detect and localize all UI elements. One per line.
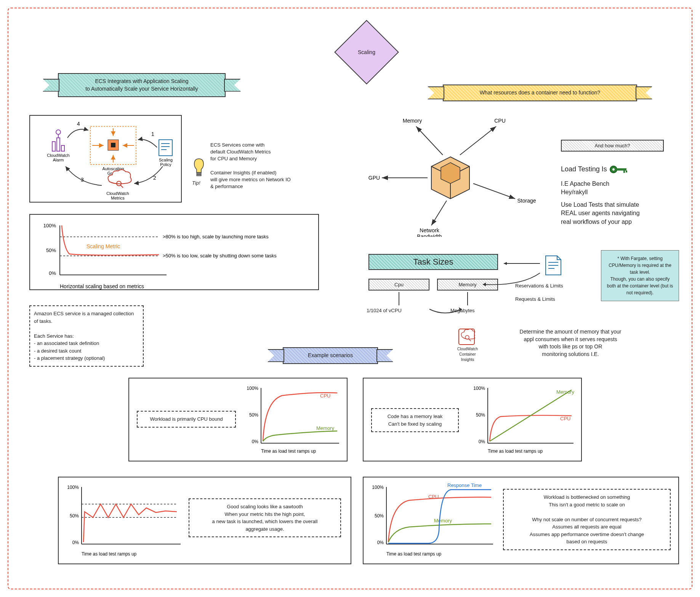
- svg-text:Time as load test ramps up: Time as load test ramps up: [386, 551, 442, 557]
- svg-text:50%: 50%: [249, 412, 258, 418]
- svg-text:GPU: GPU: [368, 175, 380, 181]
- tip-text: ECS Services come with default CloudWatc…: [210, 142, 313, 190]
- svg-text:Time as load test ramps up: Time as load test ramps up: [261, 449, 316, 454]
- cloudwatch-alarm-icon: [52, 130, 64, 151]
- svg-text:100%: 100%: [372, 485, 384, 490]
- load-testing-tools: I.E Apache Bench Hey/rakyll: [561, 180, 609, 197]
- scenario-2: Code has a memory leak Can't be fixed by…: [363, 378, 582, 461]
- svg-text:3: 3: [81, 177, 84, 183]
- svg-text:100%: 100%: [67, 485, 79, 490]
- svg-text:Time as load test ramps up: Time as load test ramps up: [82, 551, 137, 557]
- svg-text:ScalingPolicy: ScalingPolicy: [159, 158, 173, 167]
- svg-text:CPU: CPU: [320, 393, 330, 399]
- svg-line-43: [473, 184, 515, 199]
- svg-rect-4: [57, 138, 60, 151]
- svg-text:0%: 0%: [377, 540, 384, 545]
- container-insights-icon: [458, 328, 475, 345]
- insights-note: Determine the amount of memory that your…: [490, 328, 650, 358]
- example-scenarios-banner: Example scenarios: [283, 347, 378, 364]
- load-testing-heading: Load Testing Is: [561, 164, 628, 174]
- svg-marker-55: [504, 262, 507, 265]
- svg-text:0%: 0%: [252, 439, 259, 444]
- scenario-1: Workload is primarily CPU bound 100% 50%…: [128, 378, 348, 461]
- svg-text:>50% is too low, scale by shut: >50% is too low, scale by shutting down …: [163, 253, 277, 259]
- cube-icon: [431, 157, 469, 199]
- requests-label: Requests & Limits: [515, 296, 555, 303]
- scenario-3: 100% 50% 0% Time as load test ramps up G…: [58, 477, 351, 564]
- ecs-service-note: Amazon ECS service is a managed collecti…: [29, 305, 144, 367]
- svg-text:100%: 100%: [473, 386, 485, 391]
- svg-text:50%: 50%: [70, 513, 79, 519]
- diagram-canvas: Scaling ECS Integrates with Application …: [8, 8, 692, 589]
- svg-text:Memory: Memory: [316, 425, 334, 431]
- svg-text:0%: 0%: [49, 270, 56, 276]
- svg-rect-22: [197, 174, 201, 176]
- svg-text:Memory: Memory: [403, 118, 422, 124]
- document-icon: [544, 254, 563, 277]
- svg-point-48: [612, 168, 615, 171]
- svg-text:Storage: Storage: [517, 198, 536, 204]
- svg-text:0%: 0%: [479, 439, 485, 444]
- svg-text:Scaling Metric: Scaling Metric: [86, 243, 120, 249]
- how-much-box: And how much?: [561, 140, 664, 152]
- svg-text:CPU: CPU: [494, 118, 506, 124]
- tip-label: Tip!: [192, 180, 200, 187]
- autoscale-svg: AutoscalingGroup CloudWatchAlarm Scaling…: [33, 119, 184, 205]
- svg-text:Horizontal scaling based on me: Horizontal scaling based on metrics: [60, 283, 144, 289]
- svg-text:Memory: Memory: [556, 389, 574, 395]
- svg-line-39: [460, 126, 496, 155]
- autoscale-diagram: AutoscalingGroup CloudWatchAlarm Scaling…: [29, 115, 182, 203]
- svg-rect-60: [459, 329, 474, 345]
- svg-text:Memory: Memory: [434, 518, 452, 524]
- svg-line-37: [416, 126, 443, 155]
- scenario-2-note: Code has a memory leak Can't be fixed by…: [371, 408, 459, 432]
- svg-text:100%: 100%: [43, 223, 56, 228]
- reservations-label: Reservations & Limits: [515, 283, 563, 289]
- lightbulb-icon: [191, 157, 207, 180]
- svg-rect-21: [197, 172, 201, 174]
- title-diamond: Scaling: [334, 20, 399, 85]
- svg-text:4: 4: [77, 121, 80, 127]
- svg-rect-50: [623, 171, 625, 173]
- svg-text:Time as load test ramps up: Time as load test ramps up: [488, 449, 543, 454]
- svg-text:100%: 100%: [247, 386, 258, 391]
- svg-text:NetworkBandwidth: NetworkBandwidth: [417, 227, 442, 237]
- fargate-note: * With Fargate, setting CPU/Memory is re…: [601, 250, 679, 301]
- svg-rect-5: [61, 145, 64, 151]
- svg-rect-2: [111, 143, 115, 147]
- svg-line-15: [120, 185, 123, 188]
- svg-text:0%: 0%: [72, 540, 79, 545]
- svg-text:CloudWatchAlarm: CloudWatchAlarm: [47, 153, 70, 162]
- svg-rect-3: [52, 142, 55, 151]
- svg-text:CPU: CPU: [560, 416, 570, 421]
- svg-marker-56: [483, 283, 486, 286]
- svg-text:50%: 50%: [375, 513, 384, 519]
- key-icon: [609, 165, 628, 174]
- svg-point-6: [56, 130, 61, 134]
- svg-text:CPU: CPU: [428, 494, 439, 500]
- scenario-4-note: Workload is bottlenecked on something Th…: [503, 489, 671, 550]
- svg-text:1: 1: [151, 131, 154, 137]
- title-text: Scaling: [358, 49, 375, 55]
- scenario-4: 100% 50% 0% CPU Memory Response Time Tim…: [363, 477, 679, 564]
- insights-icon-label: CloudWatch Container Insights: [452, 346, 483, 362]
- svg-rect-9: [159, 140, 172, 156]
- svg-line-45: [431, 201, 447, 225]
- scenario-3-note: Good scaling looks like a sawtooth When …: [189, 498, 341, 537]
- svg-text:50%: 50%: [476, 412, 485, 418]
- svg-rect-51: [626, 171, 627, 172]
- svg-text:CloudWatchMetrics: CloudWatchMetrics: [106, 191, 129, 200]
- scenario-1-note: Workload is primarily CPU bound: [137, 411, 236, 428]
- scaling-policy-icon: [159, 140, 172, 156]
- svg-marker-54: [459, 307, 462, 311]
- scaling-metric-graph: 100% 50% 0% Scaling Metric >80% is too h…: [29, 214, 319, 290]
- svg-text:2: 2: [153, 175, 156, 181]
- resources-star-diagram: Memory CPU GPU Storage NetworkBandwidth: [363, 111, 538, 237]
- svg-text:Response Time: Response Time: [447, 482, 482, 488]
- svg-text:50%: 50%: [46, 247, 56, 253]
- right-banner: What resources does a container need to …: [443, 85, 637, 101]
- svg-text:>80% is too high, scale by lau: >80% is too high, scale by launching mor…: [163, 234, 269, 239]
- load-testing-advice: Use Load Tests that simulate REAL user a…: [561, 201, 679, 226]
- left-banner: ECS Integrates with Application Scaling …: [58, 73, 226, 97]
- svg-rect-49: [617, 168, 626, 171]
